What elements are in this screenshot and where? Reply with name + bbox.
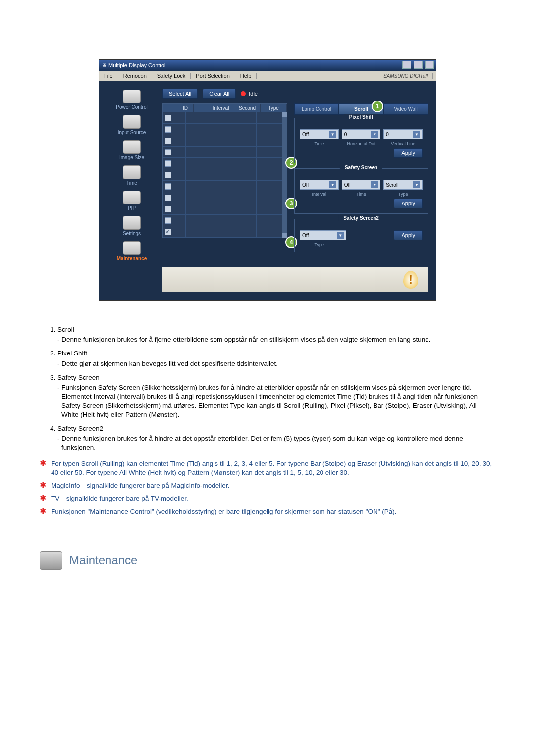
safety-screen2-group: Safety Screen2 Off▼ Apply Type bbox=[294, 219, 428, 252]
sidebar-item-time[interactable]: Time bbox=[107, 164, 157, 189]
star-icon: ✱ bbox=[40, 459, 46, 477]
doc-note: ✱Funksjonen "Maintenance Control" (vedli… bbox=[40, 507, 495, 516]
input-icon bbox=[123, 115, 141, 129]
row-checkbox[interactable] bbox=[165, 183, 171, 190]
menu-remocon[interactable]: Remocon bbox=[118, 73, 152, 79]
menu-file[interactable]: File bbox=[99, 73, 118, 79]
power-icon bbox=[123, 90, 141, 103]
doc-note: ✱MagicInfo—signalkilde fungerer bare på … bbox=[40, 481, 495, 490]
sidebar-item-maintenance[interactable]: Maintenance bbox=[107, 240, 157, 264]
menu-help[interactable]: Help bbox=[235, 73, 257, 79]
maintenance-heading-icon bbox=[40, 551, 62, 570]
safety-screen-group: Safety Screen Off▼ Off▼ Scroll▼ Interval… bbox=[294, 168, 428, 214]
sidebar-label: Maintenance bbox=[117, 256, 147, 261]
warning-icon: ! bbox=[403, 271, 418, 289]
table-row[interactable] bbox=[163, 169, 287, 181]
maximize-icon[interactable] bbox=[414, 61, 423, 69]
table-row[interactable] bbox=[163, 203, 287, 215]
sidebar-label: Image Size bbox=[119, 155, 144, 160]
col-second: Second bbox=[234, 104, 261, 112]
safety-screen-interval-select[interactable]: Off▼ bbox=[300, 180, 339, 190]
tab-lamp-control[interactable]: Lamp Control bbox=[294, 103, 339, 115]
menu-port-selection[interactable]: Port Selection bbox=[191, 73, 235, 79]
display-table: ID Interval Second Type bbox=[162, 103, 287, 238]
table-row[interactable] bbox=[163, 215, 287, 226]
group-title: Safety Screen bbox=[340, 165, 382, 170]
row-checkbox[interactable] bbox=[165, 172, 171, 178]
scrollbar[interactable] bbox=[282, 112, 287, 238]
pip-icon bbox=[123, 191, 141, 204]
doc-item: Safety Screen2- Denne funksjonen brukes … bbox=[57, 424, 495, 453]
row-checkbox[interactable] bbox=[165, 229, 171, 235]
clear-all-button[interactable]: Clear All bbox=[203, 89, 236, 99]
table-row[interactable] bbox=[163, 135, 287, 147]
sidebar-item-power-control[interactable]: Power Control bbox=[107, 89, 157, 113]
safety-screen-time-select[interactable]: Off▼ bbox=[342, 180, 381, 190]
status-strip: ! bbox=[162, 267, 428, 292]
sidebar-label: Input Source bbox=[118, 130, 146, 135]
maintenance-icon bbox=[123, 241, 141, 255]
sidebar-item-settings[interactable]: Settings bbox=[107, 215, 157, 239]
minimize-icon[interactable] bbox=[402, 61, 411, 69]
row-checkbox[interactable] bbox=[165, 115, 171, 121]
table-row[interactable] bbox=[163, 112, 287, 124]
tab-video-wall[interactable]: Video Wall bbox=[383, 103, 428, 115]
sidebar-item-input-source[interactable]: Input Source bbox=[107, 114, 157, 138]
safety-screen-apply-button[interactable]: Apply bbox=[394, 199, 423, 208]
sidebar-label: Time bbox=[126, 180, 137, 186]
title-bar: 🖥 Multiple Display Control bbox=[99, 60, 436, 71]
col-type: Type bbox=[261, 104, 287, 112]
pixel-shift-vline-select[interactable]: 0▼ bbox=[383, 129, 423, 139]
row-checkbox[interactable] bbox=[165, 217, 171, 224]
app-window: 🖥 Multiple Display Control File Remocon … bbox=[99, 59, 436, 301]
pixel-shift-time-select[interactable]: Off▼ bbox=[300, 129, 339, 139]
doc-note: ✱For typen Scroll (Rulling) kan elemente… bbox=[40, 459, 495, 477]
star-icon: ✱ bbox=[40, 494, 46, 503]
window-buttons[interactable] bbox=[401, 61, 434, 70]
app-icon: 🖥 bbox=[101, 62, 107, 68]
heading-text: Maintenance bbox=[69, 553, 137, 568]
section-heading: Maintenance bbox=[40, 551, 495, 570]
status-dot-icon bbox=[241, 91, 246, 96]
table-row[interactable] bbox=[163, 147, 287, 158]
table-row[interactable] bbox=[163, 226, 287, 238]
sidebar-item-image-size[interactable]: Image Size bbox=[107, 139, 157, 163]
doc-item: Pixel Shift- Dette gjør at skjermen kan … bbox=[57, 349, 495, 368]
close-icon[interactable] bbox=[425, 61, 434, 69]
document-body: Scroll- Denne funksjonen brukes for å fj… bbox=[40, 325, 495, 570]
table-row[interactable] bbox=[163, 124, 287, 135]
star-icon: ✱ bbox=[40, 507, 46, 516]
pixel-shift-apply-button[interactable]: Apply bbox=[394, 148, 423, 158]
status-label: Idle bbox=[249, 91, 258, 97]
sidebar-label: Power Control bbox=[116, 104, 147, 110]
row-checkbox[interactable] bbox=[165, 195, 171, 201]
row-checkbox[interactable] bbox=[165, 206, 171, 212]
window-title: Multiple Display Control bbox=[108, 62, 166, 68]
select-all-button[interactable]: Select All bbox=[162, 89, 198, 99]
safety-screen2-type-select[interactable]: Off▼ bbox=[300, 230, 346, 240]
table-row[interactable] bbox=[163, 192, 287, 203]
settings-icon bbox=[123, 216, 141, 230]
pixel-shift-hdot-select[interactable]: 0▼ bbox=[342, 129, 381, 139]
brand-label: SAMSUNG DIGITall bbox=[378, 73, 433, 79]
doc-note: ✱TV—signalkilde fungerer bare på TV-mode… bbox=[40, 494, 495, 503]
menu-safety-lock[interactable]: Safety Lock bbox=[152, 73, 191, 79]
col-id: ID bbox=[177, 104, 194, 112]
sidebar-item-pip[interactable]: PIP bbox=[107, 190, 157, 214]
status-idle: Idle bbox=[241, 91, 258, 97]
row-checkbox[interactable] bbox=[165, 126, 171, 133]
group-title: Safety Screen2 bbox=[338, 215, 384, 221]
star-icon: ✱ bbox=[40, 481, 46, 490]
col-interval: Interval bbox=[208, 104, 234, 112]
row-checkbox[interactable] bbox=[165, 138, 171, 144]
safety-screen-type-select[interactable]: Scroll▼ bbox=[383, 180, 423, 190]
table-row[interactable] bbox=[163, 158, 287, 169]
group-title: Pixel Shift bbox=[344, 114, 378, 120]
row-checkbox[interactable] bbox=[165, 160, 171, 167]
table-row[interactable] bbox=[163, 181, 287, 192]
row-checkbox[interactable] bbox=[165, 149, 171, 155]
safety-screen2-apply-button[interactable]: Apply bbox=[394, 230, 423, 240]
table-header: ID Interval Second Type bbox=[163, 104, 287, 112]
menu-bar: File Remocon Safety Lock Port Selection … bbox=[99, 71, 436, 81]
doc-item: Scroll- Denne funksjonen brukes for å fj… bbox=[57, 325, 495, 344]
